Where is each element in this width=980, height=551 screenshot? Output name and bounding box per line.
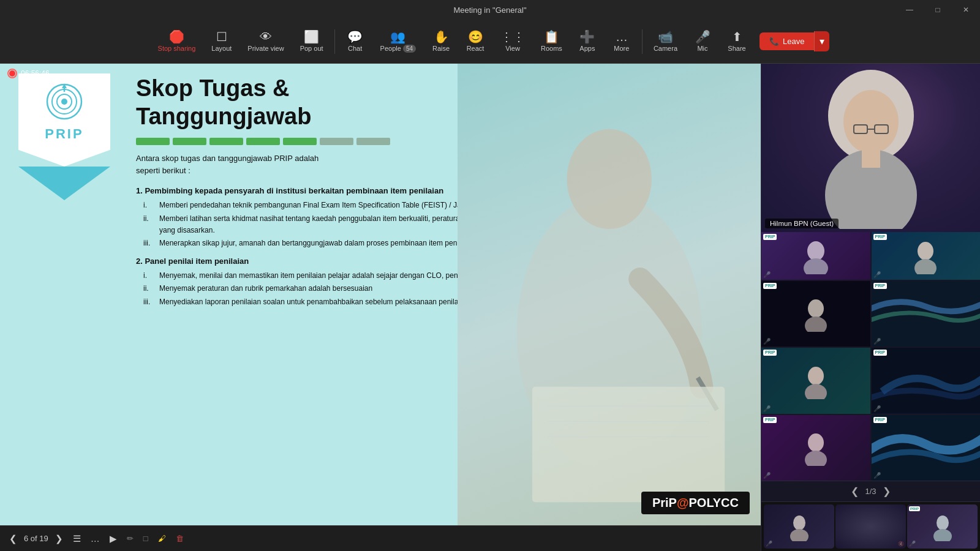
camera-button[interactable]: 📹 Camera — [646, 28, 685, 54]
slide-more-button[interactable]: … — [88, 531, 103, 545]
svg-point-36 — [937, 515, 949, 530]
recording-time: 06:56:46 — [21, 69, 50, 78]
view-button[interactable]: ⋮⋮ View — [493, 28, 532, 54]
svg-point-27 — [808, 367, 824, 385]
draw-tool-pen[interactable]: ✏ — [124, 532, 137, 545]
page-number: 1/3 — [865, 487, 876, 496]
prog-seg-2 — [173, 138, 206, 145]
layout-icon: ☐ — [216, 31, 227, 43]
prip-logo-svg — [45, 82, 84, 121]
draw-tool-shape[interactable]: □ — [140, 532, 151, 545]
participants-panel: Hilmun BPN (Guest) PRIP 🎤 — [761, 64, 980, 551]
prog-seg-6 — [320, 138, 353, 145]
prog-seg-5 — [283, 138, 317, 145]
slide-grid-button[interactable]: ☰ — [70, 531, 84, 546]
next-slide-button[interactable]: ❯ — [52, 531, 66, 546]
maximize-button[interactable]: □ — [924, 0, 952, 20]
pop-out-button[interactable]: ⬜ Pop out — [293, 28, 331, 54]
slide-bottom-controls: ❮ 6 of 19 ❯ ☰ … ▶ ✏ □ 🖌 🗑 — [0, 525, 761, 551]
share-button[interactable]: ⬆ Share — [720, 28, 753, 54]
stop-sharing-button[interactable]: 🛑 Stop sharing — [151, 28, 203, 54]
svg-point-37 — [933, 529, 952, 541]
mic-status-1: 🎤 — [763, 271, 771, 278]
meeting-toolbar: 🛑 Stop sharing ☐ Layout 👁 Private view ⬜… — [0, 20, 980, 64]
slide-image-section — [458, 64, 761, 525]
prip-badge-2: PRIP — [873, 234, 887, 240]
prog-seg-4 — [246, 138, 280, 145]
svg-point-28 — [805, 384, 827, 399]
app-title: Meeting in "General" — [453, 6, 526, 15]
rooms-button[interactable]: 📋 Rooms — [533, 28, 570, 54]
svg-point-25 — [805, 317, 827, 332]
prev-page-button[interactable]: ❮ — [851, 485, 859, 497]
mini-cam-1: 🎤 — [764, 504, 834, 549]
svg-point-31 — [805, 451, 827, 466]
leave-button[interactable]: 📞 Leave — [760, 32, 814, 50]
stop-sharing-icon: 🛑 — [169, 31, 184, 43]
thumb-cell-6: PRIP 🎤 — [872, 348, 981, 413]
leave-group: 📞 Leave ▾ — [760, 31, 829, 51]
draw-tool-highlight[interactable]: 🖌 — [155, 532, 169, 545]
mic-button[interactable]: 🎤 Mic — [686, 28, 719, 54]
svg-point-7 — [567, 129, 651, 229]
private-view-button[interactable]: 👁 Private view — [240, 28, 291, 54]
recording-outline — [7, 69, 17, 78]
pop-out-icon: ⬜ — [304, 31, 319, 43]
thumb-bg-1 — [761, 232, 870, 280]
more-button[interactable]: … More — [605, 28, 638, 54]
svg-point-23 — [914, 259, 937, 274]
share-icon: ⬆ — [732, 31, 742, 43]
participants-pagination: ❮ 1/3 ❯ — [761, 481, 980, 501]
presentation-panel: 06:56:46 — [0, 64, 761, 551]
apps-button[interactable]: ➕ Apps — [571, 28, 604, 54]
main-cam-bg — [761, 64, 980, 232]
svg-point-21 — [804, 258, 828, 274]
mic-status-8: 🎤 — [873, 472, 881, 479]
mic-status-7: 🎤 — [763, 472, 771, 479]
thumb-bg-4 — [872, 281, 981, 347]
next-page-button[interactable]: ❯ — [883, 485, 891, 497]
prip-banner: PRIP — [18, 73, 110, 167]
slide-left-column: PRIP — [0, 64, 129, 525]
person-writing-svg — [458, 64, 761, 525]
app-titlebar: Meeting in "General" — □ ✕ — [0, 0, 980, 20]
slide-viewport: 06:56:46 — [0, 64, 761, 525]
minimize-button[interactable]: — — [895, 0, 924, 20]
prip-badge-6: PRIP — [873, 350, 887, 356]
svg-point-20 — [807, 241, 824, 261]
mini-cam-3: PRIP 🎤 — [907, 504, 978, 549]
react-button[interactable]: 😊 React — [459, 28, 492, 54]
camera-icon: 📹 — [658, 31, 673, 43]
slide: PRIP Skop Tugas & Tanggungjawab — [0, 64, 761, 525]
bottom-camera-strip: 🎤 🔇 PRIP 🎤 — [761, 501, 980, 551]
mic-status-5: 🎤 — [763, 405, 771, 412]
main-participant-label: Hilmun BPN (Guest) — [765, 219, 839, 228]
raise-button[interactable]: ✋ Raise — [424, 28, 458, 54]
prip-badge-4: PRIP — [873, 283, 887, 289]
mini-cam-2: 🔇 — [835, 504, 906, 549]
chat-button[interactable]: 💬 Chat — [339, 28, 372, 54]
play-button[interactable]: ▶ — [107, 531, 120, 546]
thumb-bg-7 — [761, 415, 870, 481]
prev-slide-button[interactable]: ❮ — [6, 531, 20, 546]
leave-dropdown-button[interactable]: ▾ — [814, 31, 829, 51]
thumb-cell-4: PRIP 🎤 — [872, 281, 981, 347]
prip-badge-8: PRIP — [873, 417, 887, 423]
teal-chevron — [18, 167, 110, 200]
prog-seg-7 — [356, 138, 390, 145]
react-icon: 😊 — [468, 31, 483, 43]
main-camera-video: Hilmun BPN (Guest) — [761, 64, 980, 232]
people-button[interactable]: 👥 People 54 — [373, 28, 423, 54]
thumb-cell-2: PRIP 🎤 — [872, 232, 981, 280]
toolbar-separator-2 — [642, 29, 643, 54]
close-button[interactable]: ✕ — [952, 0, 980, 20]
apps-icon: ➕ — [579, 31, 595, 43]
window-controls: — □ ✕ — [895, 0, 980, 20]
slide-counter: 6 of 19 — [24, 534, 48, 543]
svg-rect-19 — [862, 149, 880, 168]
thumb-bg-3 — [761, 281, 870, 347]
recording-indicator: 06:56:46 — [7, 69, 50, 78]
layout-button[interactable]: ☐ Layout — [204, 28, 239, 54]
rooms-icon: 📋 — [544, 31, 559, 43]
draw-tool-eraser[interactable]: 🗑 — [173, 532, 187, 545]
